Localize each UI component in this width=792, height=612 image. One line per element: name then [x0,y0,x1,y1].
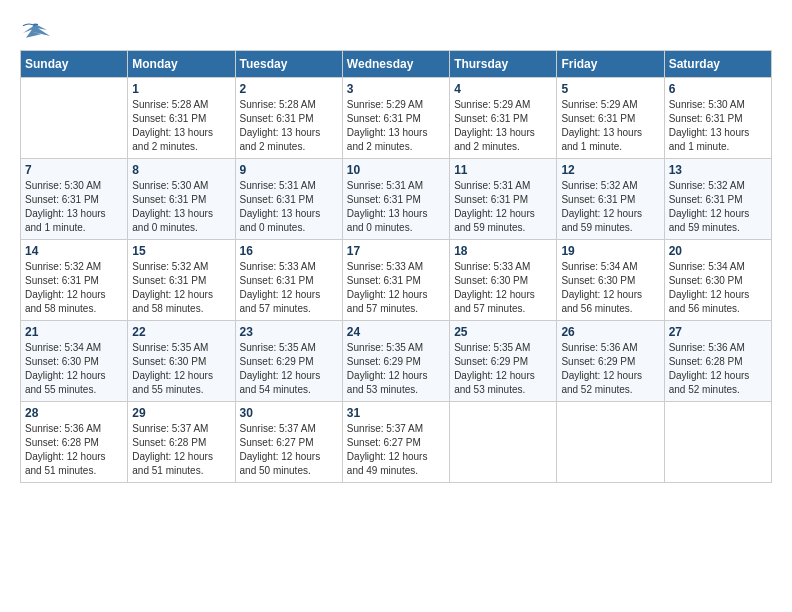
calendar-cell: 11Sunrise: 5:31 AM Sunset: 6:31 PM Dayli… [450,159,557,240]
day-number: 1 [132,82,230,96]
calendar-cell [21,78,128,159]
day-info-text: Sunrise: 5:36 AM Sunset: 6:28 PM Dayligh… [669,341,767,397]
calendar-cell: 2Sunrise: 5:28 AM Sunset: 6:31 PM Daylig… [235,78,342,159]
day-info-text: Sunrise: 5:37 AM Sunset: 6:27 PM Dayligh… [347,422,445,478]
day-number: 6 [669,82,767,96]
day-info-text: Sunrise: 5:37 AM Sunset: 6:27 PM Dayligh… [240,422,338,478]
day-number: 8 [132,163,230,177]
day-info-text: Sunrise: 5:31 AM Sunset: 6:31 PM Dayligh… [454,179,552,235]
day-number: 2 [240,82,338,96]
day-info-text: Sunrise: 5:35 AM Sunset: 6:30 PM Dayligh… [132,341,230,397]
day-info-text: Sunrise: 5:33 AM Sunset: 6:31 PM Dayligh… [240,260,338,316]
calendar-cell: 17Sunrise: 5:33 AM Sunset: 6:31 PM Dayli… [342,240,449,321]
day-info-text: Sunrise: 5:35 AM Sunset: 6:29 PM Dayligh… [454,341,552,397]
calendar-cell: 25Sunrise: 5:35 AM Sunset: 6:29 PM Dayli… [450,321,557,402]
day-info-text: Sunrise: 5:31 AM Sunset: 6:31 PM Dayligh… [240,179,338,235]
calendar-cell: 4Sunrise: 5:29 AM Sunset: 6:31 PM Daylig… [450,78,557,159]
day-of-week-header: Saturday [664,51,771,78]
page-header [20,20,772,40]
day-number: 20 [669,244,767,258]
calendar-cell: 31Sunrise: 5:37 AM Sunset: 6:27 PM Dayli… [342,402,449,483]
logo-icon [20,20,50,40]
day-info-text: Sunrise: 5:34 AM Sunset: 6:30 PM Dayligh… [669,260,767,316]
calendar-cell: 14Sunrise: 5:32 AM Sunset: 6:31 PM Dayli… [21,240,128,321]
calendar-week-row: 21Sunrise: 5:34 AM Sunset: 6:30 PM Dayli… [21,321,772,402]
day-number: 30 [240,406,338,420]
day-info-text: Sunrise: 5:31 AM Sunset: 6:31 PM Dayligh… [347,179,445,235]
day-info-text: Sunrise: 5:32 AM Sunset: 6:31 PM Dayligh… [25,260,123,316]
calendar-cell: 16Sunrise: 5:33 AM Sunset: 6:31 PM Dayli… [235,240,342,321]
calendar-cell: 20Sunrise: 5:34 AM Sunset: 6:30 PM Dayli… [664,240,771,321]
day-number: 21 [25,325,123,339]
calendar-cell: 21Sunrise: 5:34 AM Sunset: 6:30 PM Dayli… [21,321,128,402]
day-number: 7 [25,163,123,177]
day-number: 18 [454,244,552,258]
day-number: 10 [347,163,445,177]
day-number: 15 [132,244,230,258]
day-info-text: Sunrise: 5:30 AM Sunset: 6:31 PM Dayligh… [669,98,767,154]
calendar-cell: 19Sunrise: 5:34 AM Sunset: 6:30 PM Dayli… [557,240,664,321]
calendar-cell [450,402,557,483]
day-info-text: Sunrise: 5:29 AM Sunset: 6:31 PM Dayligh… [454,98,552,154]
calendar-body: 1Sunrise: 5:28 AM Sunset: 6:31 PM Daylig… [21,78,772,483]
day-number: 17 [347,244,445,258]
calendar-cell: 15Sunrise: 5:32 AM Sunset: 6:31 PM Dayli… [128,240,235,321]
calendar-cell: 29Sunrise: 5:37 AM Sunset: 6:28 PM Dayli… [128,402,235,483]
calendar-cell: 22Sunrise: 5:35 AM Sunset: 6:30 PM Dayli… [128,321,235,402]
day-number: 29 [132,406,230,420]
day-info-text: Sunrise: 5:34 AM Sunset: 6:30 PM Dayligh… [25,341,123,397]
calendar-cell: 13Sunrise: 5:32 AM Sunset: 6:31 PM Dayli… [664,159,771,240]
svg-marker-0 [23,24,50,38]
day-number: 23 [240,325,338,339]
day-of-week-header: Sunday [21,51,128,78]
day-number: 31 [347,406,445,420]
calendar-cell: 1Sunrise: 5:28 AM Sunset: 6:31 PM Daylig… [128,78,235,159]
calendar-cell: 18Sunrise: 5:33 AM Sunset: 6:30 PM Dayli… [450,240,557,321]
calendar-cell: 26Sunrise: 5:36 AM Sunset: 6:29 PM Dayli… [557,321,664,402]
day-info-text: Sunrise: 5:28 AM Sunset: 6:31 PM Dayligh… [240,98,338,154]
day-of-week-header: Tuesday [235,51,342,78]
day-number: 9 [240,163,338,177]
day-info-text: Sunrise: 5:32 AM Sunset: 6:31 PM Dayligh… [561,179,659,235]
day-number: 14 [25,244,123,258]
day-of-week-header: Monday [128,51,235,78]
calendar-cell: 23Sunrise: 5:35 AM Sunset: 6:29 PM Dayli… [235,321,342,402]
calendar-cell: 9Sunrise: 5:31 AM Sunset: 6:31 PM Daylig… [235,159,342,240]
day-info-text: Sunrise: 5:36 AM Sunset: 6:28 PM Dayligh… [25,422,123,478]
calendar-cell: 10Sunrise: 5:31 AM Sunset: 6:31 PM Dayli… [342,159,449,240]
day-info-text: Sunrise: 5:32 AM Sunset: 6:31 PM Dayligh… [132,260,230,316]
day-number: 19 [561,244,659,258]
calendar-cell: 24Sunrise: 5:35 AM Sunset: 6:29 PM Dayli… [342,321,449,402]
day-number: 5 [561,82,659,96]
calendar-cell: 30Sunrise: 5:37 AM Sunset: 6:27 PM Dayli… [235,402,342,483]
day-of-week-header: Friday [557,51,664,78]
day-info-text: Sunrise: 5:30 AM Sunset: 6:31 PM Dayligh… [132,179,230,235]
day-info-text: Sunrise: 5:35 AM Sunset: 6:29 PM Dayligh… [240,341,338,397]
calendar-cell: 3Sunrise: 5:29 AM Sunset: 6:31 PM Daylig… [342,78,449,159]
day-number: 11 [454,163,552,177]
calendar-week-row: 7Sunrise: 5:30 AM Sunset: 6:31 PM Daylig… [21,159,772,240]
calendar-cell [557,402,664,483]
day-info-text: Sunrise: 5:30 AM Sunset: 6:31 PM Dayligh… [25,179,123,235]
logo [20,20,50,40]
calendar-table: SundayMondayTuesdayWednesdayThursdayFrid… [20,50,772,483]
calendar-cell: 12Sunrise: 5:32 AM Sunset: 6:31 PM Dayli… [557,159,664,240]
day-info-text: Sunrise: 5:36 AM Sunset: 6:29 PM Dayligh… [561,341,659,397]
day-info-text: Sunrise: 5:29 AM Sunset: 6:31 PM Dayligh… [561,98,659,154]
day-number: 22 [132,325,230,339]
calendar-cell: 5Sunrise: 5:29 AM Sunset: 6:31 PM Daylig… [557,78,664,159]
day-info-text: Sunrise: 5:35 AM Sunset: 6:29 PM Dayligh… [347,341,445,397]
day-of-week-header: Thursday [450,51,557,78]
day-number: 25 [454,325,552,339]
day-number: 24 [347,325,445,339]
calendar-cell [664,402,771,483]
day-number: 28 [25,406,123,420]
day-info-text: Sunrise: 5:37 AM Sunset: 6:28 PM Dayligh… [132,422,230,478]
day-number: 16 [240,244,338,258]
calendar-cell: 7Sunrise: 5:30 AM Sunset: 6:31 PM Daylig… [21,159,128,240]
day-number: 3 [347,82,445,96]
calendar-cell: 6Sunrise: 5:30 AM Sunset: 6:31 PM Daylig… [664,78,771,159]
calendar-cell: 27Sunrise: 5:36 AM Sunset: 6:28 PM Dayli… [664,321,771,402]
day-of-week-header: Wednesday [342,51,449,78]
day-info-text: Sunrise: 5:34 AM Sunset: 6:30 PM Dayligh… [561,260,659,316]
